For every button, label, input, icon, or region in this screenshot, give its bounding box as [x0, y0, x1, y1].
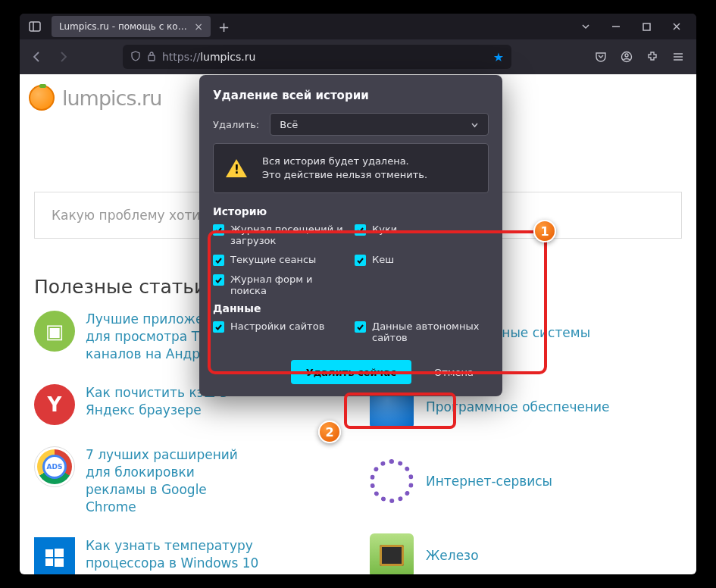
annotation-badge-2: 2	[318, 421, 341, 443]
clear-now-button[interactable]: Удалить сейчас	[291, 360, 411, 384]
svg-rect-0	[30, 22, 40, 31]
check-icon	[213, 255, 224, 266]
warning-text: Вся история будет удалена. Это действие …	[262, 155, 427, 182]
svg-rect-15	[55, 558, 64, 567]
section-useful-articles: Полезные статьи	[34, 276, 206, 298]
check-icon	[355, 224, 366, 236]
services-icon	[370, 459, 414, 503]
logo-text: lumpics.ru	[62, 86, 161, 110]
back-button[interactable]	[26, 45, 48, 68]
svg-rect-6	[149, 55, 155, 61]
new-tab-button[interactable]: +	[218, 19, 230, 35]
titlebar: Lumpics.ru - помощь с комп... × +	[20, 14, 696, 39]
menu-icon[interactable]	[666, 45, 690, 69]
svg-rect-13	[55, 549, 64, 557]
clear-history-dialog: Удаление всей истории Удалить: Всё Вся и…	[199, 75, 502, 396]
svg-rect-12	[45, 549, 53, 557]
forward-button[interactable]	[52, 45, 74, 68]
time-range-value: Всё	[280, 119, 298, 130]
browser-tab[interactable]: Lumpics.ru - помощь с комп... ×	[52, 16, 211, 37]
lock-icon	[147, 51, 156, 64]
tab-close-icon[interactable]: ×	[194, 20, 203, 33]
check-icon	[213, 224, 224, 236]
dialog-buttons: Удалить сейчас Отмена	[213, 360, 489, 384]
category-link[interactable]: Программное обеспечение	[426, 399, 610, 414]
window-minimize-button[interactable]	[601, 14, 631, 39]
category-link[interactable]: Интернет-сервисы	[426, 474, 552, 489]
checkbox-form-search[interactable]: Журнал форм и поиска	[213, 274, 347, 296]
checkbox-cache[interactable]: Кеш	[355, 254, 489, 266]
article-item: Как узнать температуру процессора в Wind…	[34, 537, 328, 574]
time-range-label: Удалить:	[213, 119, 259, 130]
pocket-icon[interactable]	[589, 45, 613, 69]
chrome-icon	[34, 446, 75, 487]
chevron-down-icon	[471, 120, 479, 129]
account-icon[interactable]	[614, 45, 639, 69]
warning-icon	[226, 159, 247, 177]
warning-box: Вся история будет удалена. Это действие …	[213, 143, 489, 193]
category-item: Железо	[370, 533, 610, 574]
category-item: Интернет-сервисы	[370, 459, 610, 503]
checkbox-active-logins[interactable]: Текущие сеансы	[213, 254, 347, 266]
category-link[interactable]: Железо	[426, 548, 479, 563]
svg-rect-14	[45, 558, 53, 566]
logo-orange-icon	[29, 85, 55, 111]
svg-point-8	[625, 54, 628, 57]
history-section-label: Историю	[213, 205, 489, 217]
time-range-select[interactable]: Всё	[270, 113, 489, 136]
window-maximize-button[interactable]	[631, 14, 661, 39]
checkbox-cookies[interactable]: Куки	[355, 224, 489, 246]
check-icon	[355, 255, 366, 266]
dialog-title: Удаление всей истории	[213, 89, 489, 102]
dropdown-caret-icon[interactable]	[571, 14, 601, 39]
android-icon: ▣	[34, 311, 75, 352]
cancel-button[interactable]: Отмена	[419, 360, 489, 384]
article-item: 7 лучших расширений для блокировки рекла…	[34, 446, 328, 516]
data-section-label: Данные	[213, 302, 489, 314]
tab-title: Lumpics.ru - помощь с комп...	[59, 21, 188, 32]
check-icon	[355, 321, 366, 333]
checkbox-site-prefs[interactable]: Настройки сайтов	[213, 321, 347, 343]
time-range-row: Удалить: Всё	[213, 113, 489, 136]
checkbox-browsing-downloads[interactable]: Журнал посещений и загрузок	[213, 224, 347, 246]
window-close-button[interactable]	[661, 14, 692, 39]
site-logo[interactable]: lumpics.ru	[29, 85, 161, 111]
svg-rect-3	[643, 23, 650, 30]
toolbar: https://lumpics.ru ★	[20, 39, 696, 74]
extensions-icon[interactable]	[640, 45, 664, 69]
hardware-icon	[370, 533, 414, 574]
url-bar[interactable]: https://lumpics.ru ★	[123, 45, 511, 69]
yandex-icon: Y	[34, 384, 75, 425]
article-link[interactable]: 7 лучших расширений для блокировки рекла…	[86, 446, 245, 516]
history-checkboxes: Журнал посещений и загрузок Куки Текущие…	[213, 224, 489, 296]
annotation-badge-1: 1	[533, 220, 556, 242]
url-text: https://lumpics.ru	[162, 51, 255, 63]
check-icon	[213, 274, 224, 286]
data-checkboxes: Настройки сайтов Данные автономных сайто…	[213, 321, 489, 343]
windows-icon	[34, 537, 75, 574]
sidebar-toggle-icon[interactable]	[24, 16, 45, 37]
bookmark-star-icon[interactable]: ★	[493, 50, 504, 64]
shield-icon	[130, 51, 141, 64]
checkbox-offline-data[interactable]: Данные автономных сайтов	[355, 321, 489, 343]
check-icon	[213, 321, 224, 333]
article-link[interactable]: Как узнать температуру процессора в Wind…	[86, 537, 328, 572]
